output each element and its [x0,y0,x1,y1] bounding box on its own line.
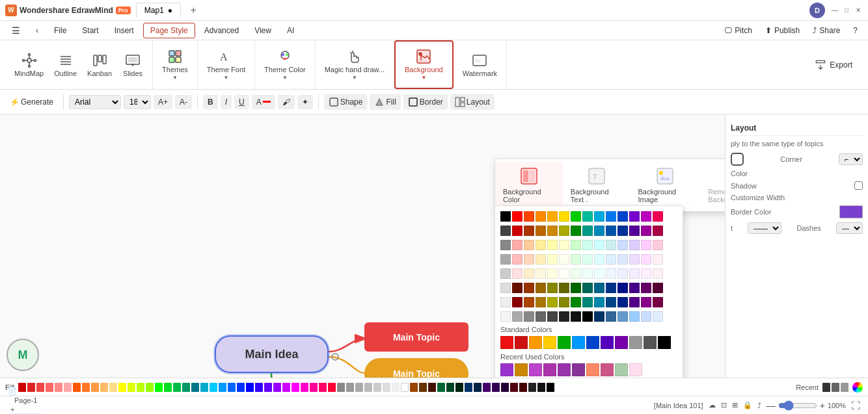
color-cell[interactable] [524,226,534,236]
color-cell[interactable] [571,283,581,293]
color-cell[interactable] [594,211,604,222]
color-cell[interactable] [536,311,546,322]
bottom-color-cell[interactable] [118,383,126,392]
color-cell[interactable] [629,226,640,236]
color-cell[interactable] [617,254,628,265]
bottom-color-cell[interactable] [474,383,481,392]
bottom-color-cell[interactable] [337,383,345,392]
std-color-cell[interactable] [658,336,671,349]
color-cell[interactable] [512,211,522,222]
color-cell[interactable] [512,297,522,307]
italic-button[interactable]: I [221,95,232,109]
color-cell[interactable] [582,254,593,265]
color-cell[interactable] [606,297,616,307]
recent-color-cell[interactable] [601,363,614,376]
color-cell[interactable] [617,297,628,307]
color-cell[interactable] [571,268,581,279]
color-cell[interactable] [571,211,581,222]
maximize-button[interactable]: □ [842,6,851,15]
bottom-color-cell[interactable] [228,383,236,392]
canvas[interactable]: Main Idea Main Topic Main Topic Main Top… [0,114,725,378]
color-cell[interactable] [653,311,663,322]
add-page-button[interactable]: + [8,406,17,413]
font-size-decrease[interactable]: A- [175,95,192,109]
color-cell[interactable] [559,226,569,236]
color-cell[interactable] [559,311,569,322]
color-cell[interactable] [629,311,640,322]
color-cell[interactable] [512,240,522,250]
std-color-cell[interactable] [572,336,585,349]
color-cell[interactable] [500,226,511,236]
color-cell[interactable] [500,211,511,222]
background-button[interactable]: Background ▼ [401,46,447,83]
color-cell[interactable] [594,283,604,293]
recent-color-cell[interactable] [515,363,528,376]
color-cell[interactable] [559,283,569,293]
color-cell[interactable] [524,297,534,307]
recent-color-cell[interactable] [572,363,585,376]
color-cell[interactable] [536,254,546,265]
theme-font-button[interactable]: A Theme Font ▼ [203,46,249,83]
menu-view[interactable]: View [248,23,278,38]
help-button[interactable]: ? [848,23,863,38]
font-size-increase[interactable]: A+ [154,95,172,109]
color-cell[interactable] [571,311,581,322]
color-cell[interactable] [547,311,558,322]
recent-color-cell[interactable] [822,383,830,392]
color-cell[interactable] [653,211,663,222]
color-cell[interactable] [629,283,640,293]
color-cell[interactable] [547,254,558,265]
color-cell[interactable] [641,240,651,250]
page-tab-1[interactable]: Page-1 [8,395,44,406]
zoom-in-button[interactable]: + [820,400,825,411]
bottom-color-cell[interactable] [246,383,254,392]
bottom-color-cell[interactable] [419,383,427,392]
color-cell[interactable] [653,268,663,279]
eraser-button[interactable]: ✦ [297,95,313,109]
close-button[interactable]: ✕ [854,6,863,15]
bottom-color-cell[interactable] [501,383,509,392]
bottom-color-cell[interactable] [310,383,318,392]
recent-color-cell[interactable] [529,363,542,376]
highlight-button[interactable]: 🖌 [278,95,295,109]
recent-color-cell[interactable] [543,363,556,376]
color-cell[interactable] [500,240,511,250]
std-color-cell[interactable] [586,336,599,349]
bottom-color-cell[interactable] [346,383,354,392]
bottom-color-cell[interactable] [200,383,208,392]
color-cell[interactable] [582,311,593,322]
color-cell[interactable] [617,283,628,293]
corner-select[interactable]: ⌐ [839,153,863,165]
bottom-color-cell[interactable] [273,383,281,392]
bottom-color-cell[interactable] [392,383,400,392]
color-cell[interactable] [571,254,581,265]
std-color-cell[interactable] [644,336,657,349]
color-cell[interactable] [617,240,628,250]
color-cell[interactable] [629,268,640,279]
color-cell[interactable] [547,283,558,293]
remove-bg-option[interactable]: Remove Backgr... [700,162,725,209]
color-cell[interactable] [629,297,640,307]
color-cell[interactable] [606,226,616,236]
bottom-color-cell[interactable] [210,383,217,392]
bottom-color-cell[interactable] [446,383,454,392]
color-cell[interactable] [629,240,640,250]
color-cell[interactable] [571,297,581,307]
color-cell[interactable] [512,283,522,293]
std-color-cell[interactable] [615,336,628,349]
color-cell[interactable] [653,283,663,293]
bottom-color-cell[interactable] [319,383,327,392]
bottom-color-cell[interactable] [191,383,199,392]
color-cell[interactable] [641,268,651,279]
color-cell[interactable] [606,211,616,222]
color-wheel-mini[interactable] [852,382,863,393]
color-cell[interactable] [641,283,651,293]
color-cell[interactable] [559,268,569,279]
fullscreen-button[interactable]: ⛶ [851,400,860,411]
bottom-color-cell[interactable] [483,383,491,392]
std-color-cell[interactable] [500,336,513,349]
color-cell[interactable] [594,240,604,250]
layout-button[interactable]: Layout [450,94,495,110]
sidebar-toggle[interactable]: ☰ [5,23,27,38]
bottom-color-cell[interactable] [537,383,545,392]
